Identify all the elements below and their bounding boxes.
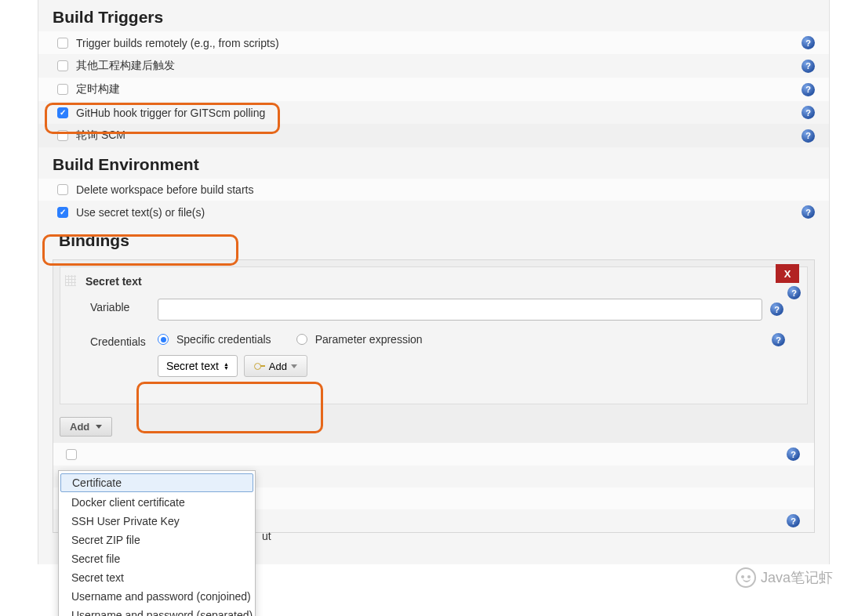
delete-workspace-label: Delete workspace before build starts — [76, 183, 815, 196]
watermark-icon — [736, 567, 756, 588]
help-icon[interactable]: ? — [772, 333, 785, 346]
dropdown-item-ssh-key[interactable]: SSH User Private Key — [59, 512, 255, 531]
help-icon[interactable]: ? — [802, 205, 815, 219]
trigger-row-after-other[interactable]: 其他工程构建后触发 ? — [38, 54, 829, 78]
trigger-poll-scm-label: 轮询 SCM — [76, 129, 802, 143]
help-icon[interactable]: ? — [802, 129, 815, 143]
trigger-row-poll-scm[interactable]: 轮询 SCM ? — [38, 124, 829, 147]
select-arrows-icon: ▲▼ — [224, 362, 229, 370]
radio-specific-label: Specific credentials — [176, 333, 271, 346]
credentials-radio-row: Specific credentials Parameter expressio… — [158, 333, 423, 346]
trigger-row-periodic[interactable]: 定时构建 ? — [38, 78, 829, 101]
help-icon[interactable]: ? — [787, 448, 800, 461]
trigger-remote-label: Trigger builds remotely (e.g., from scri… — [76, 37, 802, 49]
env-row-use-secret[interactable]: Use secret text(s) or file(s) ? — [38, 201, 829, 223]
watermark: Java笔记虾 — [736, 567, 833, 588]
checkbox-trigger-remote[interactable] — [57, 38, 68, 49]
dropdown-item-secret-zip[interactable]: Secret ZIP file — [59, 531, 255, 549]
trigger-github-hook-label: GitHub hook trigger for GITScm polling — [76, 107, 802, 119]
key-icon — [254, 363, 265, 369]
credentials-select-value: Secret text — [166, 360, 219, 372]
drag-handle-icon[interactable] — [65, 275, 76, 286]
checkbox-trigger-periodic[interactable] — [57, 84, 68, 95]
dropdown-item-certificate[interactable]: Certificate — [60, 473, 253, 492]
help-icon[interactable]: ? — [802, 60, 815, 73]
trigger-periodic-label: 定时构建 — [76, 82, 802, 96]
credentials-options: Specific credentials Parameter expressio… — [158, 333, 423, 377]
add-binding-button[interactable]: Add — [60, 417, 112, 437]
checkbox-delete-workspace[interactable] — [57, 184, 68, 195]
dropdown-item-user-pass-conjoined[interactable]: Username and password (conjoined) — [59, 587, 255, 606]
trigger-after-other-label: 其他工程构建后触发 — [76, 59, 802, 73]
hidden-row-1[interactable]: ? — [53, 443, 814, 466]
checkbox-trigger-poll-scm[interactable] — [57, 130, 68, 141]
remove-binding-button[interactable]: X — [776, 264, 799, 283]
credentials-select[interactable]: Secret text ▲▼ — [158, 355, 238, 377]
help-icon[interactable]: ? — [802, 106, 815, 119]
help-icon[interactable]: ? — [802, 36, 815, 49]
section-bindings: Bindings — [38, 223, 829, 255]
checkbox-trigger-github-hook[interactable] — [57, 107, 68, 118]
caret-down-icon — [96, 425, 102, 429]
checkbox-use-secret[interactable] — [57, 207, 68, 218]
dropdown-item-secret-text[interactable]: Secret text — [59, 568, 255, 587]
credentials-label: Credentials — [90, 333, 158, 348]
radio-parameter-expression[interactable] — [296, 334, 307, 345]
checkbox-hidden-1[interactable] — [66, 449, 77, 460]
section-build-environment: Build Environment — [38, 147, 829, 179]
section-build-triggers: Build Triggers — [38, 0, 829, 31]
obscured-text: ut — [262, 530, 271, 542]
dropdown-item-docker-cert[interactable]: Docker client certificate — [59, 493, 255, 512]
binding-title: Secret text — [85, 275, 783, 288]
help-icon[interactable]: ? — [787, 514, 800, 527]
secret-text-block: X Secret text ? Variable ? Credentials S… — [60, 266, 808, 404]
env-row-delete-workspace[interactable]: Delete workspace before build starts — [38, 179, 829, 201]
help-icon[interactable]: ? — [770, 303, 783, 316]
radio-specific-credentials[interactable] — [158, 334, 169, 345]
credentials-select-row: Secret text ▲▼ Add — [158, 355, 423, 377]
radio-param-label: Parameter expression — [315, 333, 423, 346]
checkbox-trigger-after-other[interactable] — [57, 60, 68, 71]
dropdown-item-secret-file[interactable]: Secret file — [59, 549, 255, 568]
credentials-field-row: Credentials Specific credentials Paramet… — [90, 333, 783, 377]
variable-label: Variable — [90, 299, 158, 313]
trigger-row-github-hook[interactable]: GitHub hook trigger for GITScm polling ? — [38, 101, 829, 124]
watermark-text: Java笔记虾 — [761, 568, 833, 587]
dropdown-item-user-pass-separated[interactable]: Username and password (separated) — [59, 606, 255, 616]
help-icon[interactable]: ? — [787, 286, 801, 299]
trigger-row-remote[interactable]: Trigger builds remotely (e.g., from scri… — [38, 31, 829, 54]
add-binding-label: Add — [70, 421, 89, 433]
use-secret-label: Use secret text(s) or file(s) — [76, 206, 802, 219]
variable-input[interactable] — [158, 299, 762, 321]
add-binding-dropdown[interactable]: Certificate Docker client certificate SS… — [58, 470, 256, 616]
add-credentials-label: Add — [269, 361, 287, 372]
help-icon[interactable]: ? — [802, 83, 815, 96]
add-credentials-button[interactable]: Add — [244, 355, 307, 377]
caret-down-icon — [291, 364, 297, 368]
variable-field-row: Variable ? — [90, 299, 783, 321]
